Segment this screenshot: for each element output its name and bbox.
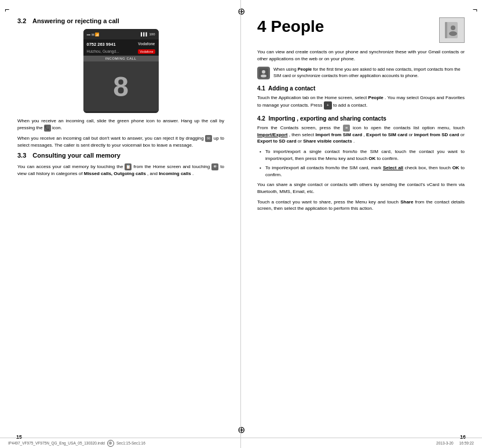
chapter-title-group: 4 People [257,17,434,36]
message-icon: ✉ [205,135,212,142]
right-page: 4 People You can view and create contact… [241,0,482,448]
para-share: You can share a single contact or contac… [257,181,465,195]
footer-bar: IP4497_VF975_VF975N_QG_Eng_USA_05_130320… [0,438,482,448]
svg-point-3 [449,31,457,36]
call-log-icon: 📋 [125,163,132,170]
phone-screenshot: ▪▪▪ ✉ 📶 ▌▌▌ 100 0752 263 9941 Vodafone H… [83,29,159,113]
note-box: When using People for the first time you… [257,67,465,79]
para-touch-share: Touch a contact you want to share, press… [257,199,465,212]
para-call-memory: You can access your call memory by touch… [17,163,224,177]
para-answer-2: When you receive an incoming call but do… [17,135,224,149]
section-4-2-title: 4.2 Importing , exporting and sharing co… [257,115,465,122]
note-icon-svg [258,68,269,78]
phone-number: 0752 263 9941 Vodafone [83,39,159,49]
menu-icon: ≡ [343,125,350,132]
phone-incoming-label: INCOMING CALL [83,56,159,61]
phone-top-bar: ▪▪▪ ✉ 📶 ▌▌▌ 100 [83,29,159,39]
svg-point-6 [261,75,266,78]
phone-slide-label: Slide to answer [83,111,159,113]
svg-point-5 [262,70,265,74]
section-4-1-title: 4.1 Adding a contact [257,85,465,92]
page-spread: ⌐ ⌐ ⊕ ⊕ 3.2 Answering or rejecting a cal… [0,0,482,448]
note-people-icon [257,67,270,79]
contacts-book-svg [443,21,461,39]
footer-left: IP4497_VF975_VF975N_QG_Eng_USA_05_130320… [8,440,145,447]
bullet-item-1: To import/export a single contact from/t… [262,148,465,162]
left-page: 3.2 Answering or rejecting a call ▪▪▪ ✉ … [0,0,241,448]
para-answer-1: When you receive an incoming call, slide… [17,118,224,132]
view-icon: 👁 [211,163,218,170]
people-icon [439,17,465,43]
phone-signal: ▌▌▌ 100 [141,32,155,36]
note-text-content: When using People for the first time you… [273,67,465,79]
footer-right: 2013-3-20 16:59:22 [436,441,474,445]
phone-carrier: Huizhou, Guangd... Vodafone [83,49,159,56]
section-3-2-title: 3.2 Answering or rejecting a call [17,17,224,24]
add-contact-icon: + [324,101,332,110]
footer-center-icon: ⊕ [107,440,114,447]
section-3-3-title: 3.3 Consulting your call memory [17,152,224,159]
green-phone-icon: 📞 [44,125,51,132]
phone-status-icons: ▪▪▪ ✉ 📶 [87,32,100,37]
bullet-item-2: To import/export all contacts from/to th… [262,165,465,178]
svg-point-2 [451,26,455,30]
para-4-1: Touch the Application tab on the Home sc… [257,94,465,110]
bullet-list: To import/export a single contact from/t… [262,148,465,178]
chapter-heading: 4 People [257,17,465,43]
para-4-2: From the Contacts screen, press the ≡ ic… [257,125,465,145]
phone-big-number: 8 [83,61,159,111]
svg-rect-1 [445,22,447,38]
intro-para: You can view and create contacts on your… [257,49,465,62]
